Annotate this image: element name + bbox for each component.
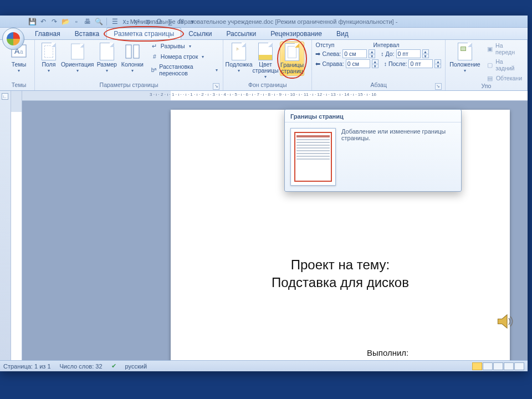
position-button[interactable]: Положение▾ <box>449 42 481 74</box>
line-numbers-icon: # <box>151 53 158 60</box>
tab-selector-icon[interactable]: ∟ <box>2 93 8 100</box>
redo-icon[interactable]: ↷ <box>50 17 59 26</box>
tab-references[interactable]: Ссылки <box>181 28 219 39</box>
view-draft[interactable] <box>514 362 524 370</box>
line-numbers-button[interactable]: #Номера строк <box>149 52 219 61</box>
tab-insert[interactable]: Вставка <box>68 28 107 39</box>
tab-mailings[interactable]: Рассылки <box>219 28 263 39</box>
spacing-before-field[interactable]: ↕ До: ▲▼ <box>381 49 428 58</box>
hyphenation-icon: bª <box>151 66 157 74</box>
send-back-icon: ▢ <box>486 61 493 69</box>
view-outline[interactable] <box>504 362 514 370</box>
line-numbers-label: Номера строк <box>161 53 198 60</box>
indent-right-label: Справа: <box>322 60 344 67</box>
open-icon[interactable]: 📂 <box>61 17 70 26</box>
indent-left-icon: ➡ <box>315 50 320 57</box>
text-wrap-icon: ▤ <box>486 74 494 82</box>
status-word-count[interactable]: Число слов: 32 <box>60 363 103 370</box>
svg-text:a: a <box>20 49 23 55</box>
tooltip-title: Границы страниц <box>285 110 461 122</box>
svg-rect-4 <box>134 45 139 58</box>
breaks-icon: ↵ <box>151 42 158 50</box>
breaks-label: Разрывы <box>161 43 185 49</box>
view-buttons <box>472 362 524 370</box>
view-print-layout[interactable] <box>472 362 482 370</box>
word-window: 💾 ↶ ↷ 📂 ▫ 🖶 🔍 ☰ x₂ x² π Ω ∑ fx ▾ Муницип… <box>0 16 528 371</box>
spacing-header: Интервал <box>373 42 399 48</box>
orientation-label: Ориентация <box>61 62 94 68</box>
page-color-label: Цвет страницы <box>253 62 279 74</box>
spin-up-icon[interactable]: ▲ <box>369 49 375 54</box>
themes-label: Темы <box>12 62 26 68</box>
save-icon[interactable]: 💾 <box>28 17 37 26</box>
size-label: Размер <box>97 62 117 68</box>
undo-icon[interactable]: ↶ <box>39 17 48 26</box>
spacing-after-label: После: <box>388 60 407 67</box>
indent-left-input[interactable] <box>342 49 367 58</box>
page-color-icon <box>257 43 274 60</box>
group-arrange-label: Упо <box>449 83 524 90</box>
speaker-icon <box>495 311 515 331</box>
office-button[interactable] <box>2 28 24 50</box>
group-page-setup: Поля▾ Ориентация▾ Размер▾ Колонки▾ <box>35 40 223 90</box>
breaks-button[interactable]: ↵Разрывы <box>149 42 219 50</box>
spacing-before-label: До: <box>386 50 395 57</box>
page-setup-dialog-launcher[interactable]: ↘ <box>213 83 219 90</box>
margins-label: Поля <box>42 62 55 68</box>
print-icon[interactable]: 🖶 <box>83 17 92 26</box>
spacing-before-input[interactable] <box>396 49 421 58</box>
group-paragraph: Отступ Интервал ➡ Слева: ▲▼ ↕ До: ▲▼ <box>312 40 445 90</box>
hyphenation-label: Расстановка переносов <box>159 63 212 76</box>
spacing-after-icon: ↕ <box>384 60 387 67</box>
tab-view[interactable]: Вид <box>329 28 356 39</box>
columns-button[interactable]: Колонки▾ <box>120 42 145 74</box>
indent-left-field[interactable]: ➡ Слева: ▲▼ <box>315 49 375 58</box>
tab-review[interactable]: Рецензирование <box>263 28 329 39</box>
status-language[interactable]: русский <box>125 363 147 370</box>
view-web-layout[interactable] <box>493 362 503 370</box>
orientation-icon <box>69 43 86 60</box>
page-borders-button[interactable]: Границы страниц <box>280 42 304 76</box>
spin-down-icon[interactable]: ▼ <box>369 54 375 58</box>
group-page-background: A Подложка▾ Цвет страницы▾ Границы стран… <box>223 40 312 90</box>
tooltip-thumbnail <box>290 128 336 186</box>
horizontal-ruler[interactable]: 3 · ı · 2 · ı · 1 · ı · · ı · 1 · ı · 2 … <box>22 91 528 101</box>
vertical-ruler[interactable] <box>11 91 22 360</box>
subscript-icon[interactable]: x₂ <box>121 17 130 26</box>
bullets-icon[interactable]: ☰ <box>110 17 119 26</box>
view-full-screen[interactable] <box>483 362 493 370</box>
status-page[interactable]: Страница: 1 из 1 <box>3 363 51 370</box>
text-wrap-button[interactable]: ▤Обтекани <box>484 74 524 83</box>
statusbar: Страница: 1 из 1 Число слов: 32 ✔ русски… <box>0 360 528 371</box>
size-icon <box>98 43 116 60</box>
orientation-button[interactable]: Ориентация▾ <box>62 42 94 74</box>
titlebar: 💾 ↶ ↷ 📂 ▫ 🖶 🔍 ☰ x₂ x² π Ω ∑ fx ▾ Муницип… <box>0 16 528 28</box>
new-icon[interactable]: ▫ <box>72 17 81 26</box>
watermark-label: Подложка <box>226 62 253 68</box>
indent-left-label: Слева: <box>322 50 341 57</box>
send-back-button[interactable]: ▢На задний <box>484 58 524 72</box>
paragraph-dialog-launcher[interactable]: ↘ <box>435 83 442 90</box>
tooltip-description: Добавление или изменение границы страниц… <box>341 128 456 186</box>
watermark-button[interactable]: A Подложка▾ <box>227 42 251 74</box>
margins-button[interactable]: Поля▾ <box>38 42 59 74</box>
group-page-setup-label: Параметры страницы↘ <box>38 81 219 90</box>
tab-page-layout[interactable]: Разметка страницы <box>106 28 181 39</box>
bring-front-button[interactable]: ▣На передн <box>484 42 524 56</box>
tab-home[interactable]: Главная <box>28 28 68 39</box>
position-label: Положение <box>449 62 480 68</box>
indent-right-field[interactable]: ⬅ Справа: ▲▼ <box>315 59 378 68</box>
position-icon <box>456 43 474 60</box>
spacing-after-field[interactable]: ↕ После: ▲▼ <box>384 59 442 68</box>
spacing-after-input[interactable] <box>408 59 433 68</box>
page-color-button[interactable]: Цвет страницы▾ <box>253 42 278 80</box>
hyphenation-button[interactable]: bªРасстановка переносов <box>149 63 219 77</box>
group-themes-label: Темы <box>7 81 31 90</box>
size-button[interactable]: Размер▾ <box>96 42 118 74</box>
indent-right-icon: ⬅ <box>315 60 320 67</box>
status-proofing-icon[interactable]: ✔ <box>111 362 116 370</box>
group-arrange: Положение▾ ▣На передн ▢На задний ▤Обтека… <box>446 40 528 90</box>
indent-right-input[interactable] <box>346 59 370 68</box>
columns-label: Колонки <box>121 62 144 68</box>
preview-icon[interactable]: 🔍 <box>94 17 103 26</box>
